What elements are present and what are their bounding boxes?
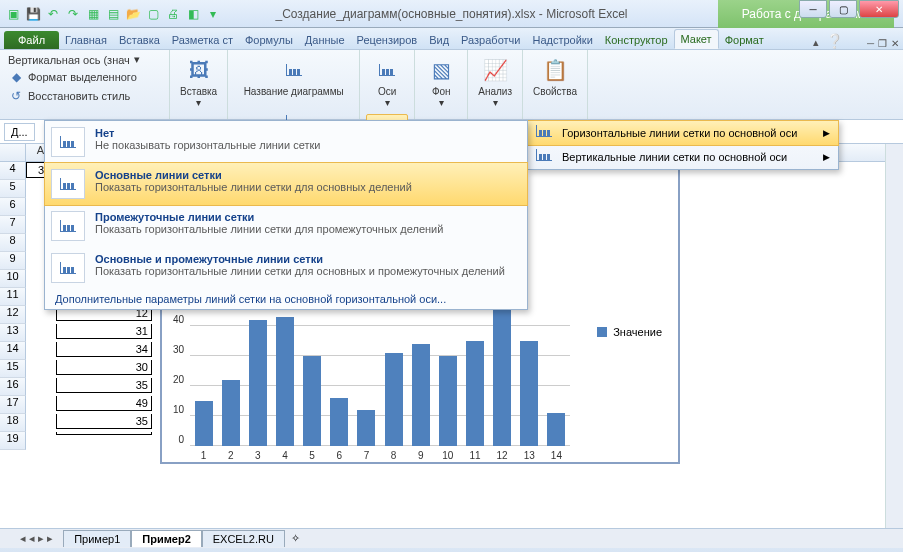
qat-icon-3[interactable]: ◧: [184, 5, 202, 23]
row-header-18[interactable]: 18: [0, 414, 26, 432]
chart-bar[interactable]: [303, 356, 321, 446]
chart-bar[interactable]: [249, 320, 267, 446]
save-icon[interactable]: 💾: [24, 5, 42, 23]
maximize-button[interactable]: ▢: [829, 0, 857, 18]
gridlines-both-title: Основные и промежуточные линии сетки: [95, 253, 505, 265]
cell-B14[interactable]: 34: [56, 342, 152, 357]
cell-B17[interactable]: 49: [56, 396, 152, 411]
gridlines-more-options[interactable]: Дополнительные параметры линий сетки на …: [45, 289, 527, 309]
minimize-button[interactable]: ─: [799, 0, 827, 18]
row-header-13[interactable]: 13: [0, 324, 26, 342]
chart-y-axis: 010203040: [166, 294, 186, 448]
tab-pagelayout[interactable]: Разметка ст: [166, 31, 239, 49]
row-header-12[interactable]: 12: [0, 306, 26, 324]
new-icon[interactable]: ▢: [144, 5, 162, 23]
tab-review[interactable]: Рецензиров: [351, 31, 424, 49]
row-header-8[interactable]: 8: [0, 234, 26, 252]
cell-B15[interactable]: 30: [56, 360, 152, 375]
chart-element-dropdown[interactable]: Вертикальная ось (знач ▾: [6, 52, 163, 67]
row-header-9[interactable]: 9: [0, 252, 26, 270]
tab-addins[interactable]: Надстройки: [526, 31, 598, 49]
row-header-10[interactable]: 10: [0, 270, 26, 288]
tab-home[interactable]: Главная: [59, 31, 113, 49]
cell-B18[interactable]: 35: [56, 414, 152, 429]
print-preview-icon[interactable]: 🖨: [164, 5, 182, 23]
chart-legend[interactable]: Значение: [597, 326, 662, 338]
axes-button[interactable]: Оси▾: [366, 52, 408, 110]
qat-more-icon[interactable]: ▾: [204, 5, 222, 23]
gridlines-minor-item[interactable]: Промежуточные линии сеткиПоказать горизо…: [45, 205, 527, 247]
chart-bar[interactable]: [439, 356, 457, 446]
sheet-tab-1[interactable]: Пример1: [63, 530, 131, 547]
row-header-7[interactable]: 7: [0, 216, 26, 234]
row-header-15[interactable]: 15: [0, 360, 26, 378]
row-header-17[interactable]: 17: [0, 396, 26, 414]
close-button[interactable]: ✕: [859, 0, 899, 18]
row-header-14[interactable]: 14: [0, 342, 26, 360]
gridlines-major-item[interactable]: Основные линии сеткиПоказать горизонталь…: [44, 162, 528, 206]
doc-close-icon[interactable]: ✕: [891, 38, 899, 49]
insert-button[interactable]: 🖼Вставка▾: [176, 52, 221, 110]
tab-data[interactable]: Данные: [299, 31, 351, 49]
qat-icon-2[interactable]: ▤: [104, 5, 122, 23]
tab-format[interactable]: Формат: [719, 31, 770, 49]
row-header-5[interactable]: 5: [0, 180, 26, 198]
sheet-tab-2[interactable]: Пример2: [131, 530, 201, 547]
name-box[interactable]: Д...: [4, 123, 35, 141]
qat-icon-1[interactable]: ▦: [84, 5, 102, 23]
chart-bar[interactable]: [385, 353, 403, 446]
chart-bar[interactable]: [357, 410, 375, 446]
format-selection-button[interactable]: ◆Формат выделенного: [6, 68, 163, 86]
row-header-6[interactable]: 6: [0, 198, 26, 216]
tab-developer[interactable]: Разработчи: [455, 31, 526, 49]
gridlines-none-item[interactable]: НетНе показывать горизонтальные линии се…: [45, 121, 527, 163]
analysis-button[interactable]: 📈Анализ▾: [474, 52, 516, 110]
chart-xlabel: 8: [380, 450, 407, 461]
doc-restore-icon[interactable]: ❐: [878, 38, 887, 49]
chart-bar[interactable]: [276, 317, 294, 446]
row-header-16[interactable]: 16: [0, 378, 26, 396]
chart-bar[interactable]: [493, 299, 511, 446]
reset-style-button[interactable]: ↺Восстановить стиль: [6, 87, 163, 105]
select-all-corner[interactable]: [0, 144, 26, 161]
gridlines-horizontal-item[interactable]: Горизонтальные линии сетки по основной о…: [527, 120, 839, 146]
sheet-tab-3[interactable]: EXCEL2.RU: [202, 530, 285, 547]
redo-icon[interactable]: ↷: [64, 5, 82, 23]
row-header-4[interactable]: 4: [0, 162, 26, 180]
help-icon[interactable]: ❔: [826, 33, 843, 49]
window-controls: ─ ▢ ✕: [799, 0, 899, 18]
tab-view[interactable]: Вид: [423, 31, 455, 49]
sheet-nav-icons[interactable]: ◂ ◂ ▸ ▸: [20, 532, 53, 545]
cell-B13[interactable]: 31: [56, 324, 152, 339]
gridlines-both-item[interactable]: Основные и промежуточные линии сеткиПока…: [45, 247, 527, 289]
chart-bar[interactable]: [466, 341, 484, 446]
cell-B19[interactable]: [56, 432, 152, 435]
chart-title-button[interactable]: Название диаграммы: [234, 52, 353, 99]
minimize-ribbon-icon[interactable]: ▴: [813, 36, 819, 49]
tab-insert[interactable]: Вставка: [113, 31, 166, 49]
vertical-scrollbar[interactable]: [885, 144, 903, 528]
properties-button[interactable]: 📋Свойства: [529, 52, 581, 99]
chart-bar[interactable]: [222, 380, 240, 446]
doc-minimize-icon[interactable]: ─: [867, 38, 874, 49]
chart-bar[interactable]: [412, 344, 430, 446]
cell-B16[interactable]: 35: [56, 378, 152, 393]
chart-bar[interactable]: [195, 401, 213, 446]
background-button[interactable]: ▧Фон▾: [421, 52, 461, 110]
row-header-19[interactable]: 19: [0, 432, 26, 450]
gridlines-vertical-item[interactable]: Вертикальные линии сетки по основной оси…: [528, 145, 838, 169]
chart-bar[interactable]: [520, 341, 538, 446]
tab-formulas[interactable]: Формулы: [239, 31, 299, 49]
new-sheet-icon[interactable]: ✧: [285, 532, 306, 545]
undo-icon[interactable]: ↶: [44, 5, 62, 23]
chart-bar[interactable]: [330, 398, 348, 446]
tab-file[interactable]: Файл: [4, 31, 59, 49]
open-icon[interactable]: 📂: [124, 5, 142, 23]
chart-bar[interactable]: [547, 413, 565, 446]
chart-ylabel: 20: [173, 374, 184, 385]
row-header-11[interactable]: 11: [0, 288, 26, 306]
tab-design[interactable]: Конструктор: [599, 31, 674, 49]
tab-layout[interactable]: Макет: [674, 29, 719, 49]
ribbon: Вертикальная ось (знач ▾ ◆Формат выделен…: [0, 50, 903, 120]
chart-plot-area[interactable]: [190, 296, 570, 446]
